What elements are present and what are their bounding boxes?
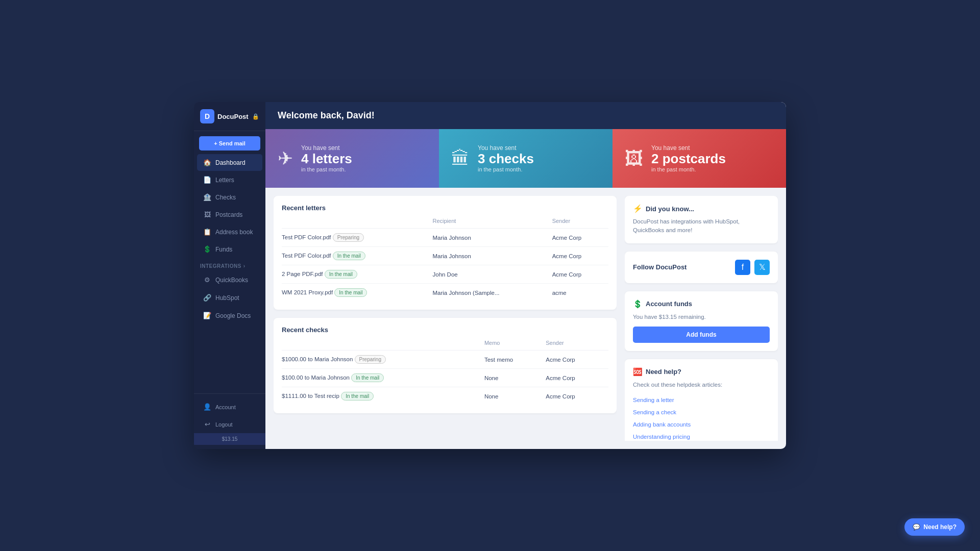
postcards-stat-icon: 🖼: [625, 148, 643, 169]
left-panel: Recent letters Recipient Sender Test PDF…: [274, 196, 617, 441]
stat-card-postcards: 🖼 You have sent 2 postcards in the past …: [612, 129, 786, 188]
chat-label: Need help?: [923, 523, 957, 531]
nav-item-logout[interactable]: ↩ Logout: [197, 416, 262, 433]
help-link[interactable]: Sending a check: [633, 409, 676, 415]
check-sender: Acme Corp: [546, 387, 608, 406]
balance-bar: $13.15: [194, 433, 265, 445]
list-item[interactable]: Understanding pricing: [633, 430, 770, 441]
stat-card-letters: ✈ You have sent 4 letters in the past mo…: [265, 129, 439, 188]
table-row: Test PDF Color.pdf Preparing Maria Johns…: [282, 229, 608, 247]
letters-stat-icon: ✈: [278, 148, 293, 169]
recent-checks-table: Memo Sender $1000.00 to Maria Johnson Pr…: [282, 340, 608, 405]
follow-card: Follow DocuPost f 𝕏: [625, 252, 778, 283]
did-you-know-title: Did you know...: [646, 205, 694, 213]
table-row: $100.00 to Maria Johnson In the mail Non…: [282, 369, 608, 387]
nav-item-hubspot[interactable]: 🔗 HubSpot: [197, 289, 262, 306]
check-name: $1000.00 to Maria Johnson Preparing: [282, 350, 484, 369]
help-link[interactable]: Adding bank accounts: [633, 421, 691, 428]
did-you-know-card: ⚡ Did you know... DocuPost has integrati…: [625, 196, 778, 243]
letter-name: 2 Page PDF.pdf In the mail: [282, 265, 432, 284]
checks-period: in the past month.: [478, 166, 534, 172]
stat-card-checks: 🏛 You have sent 3 checks in the past mon…: [439, 129, 612, 188]
dollar-icon: 💲: [633, 299, 643, 309]
facebook-button[interactable]: f: [735, 260, 750, 275]
list-item[interactable]: Sending a letter: [633, 393, 770, 406]
account-icon: 👤: [203, 403, 211, 411]
lightning-icon: ⚡: [633, 204, 643, 213]
nav-item-funds[interactable]: 💲 Funds: [197, 241, 262, 258]
postcards-sent-label: You have sent: [651, 144, 726, 152]
letter-name: WM 2021 Proxy.pdf In the mail: [282, 284, 432, 302]
status-badge: In the mail: [325, 270, 357, 279]
recent-checks-title: Recent checks: [282, 326, 608, 334]
col-sender-letters: Sender: [552, 218, 608, 229]
postcards-count: 2 postcards: [651, 152, 726, 166]
col-sender-checks: Sender: [546, 340, 608, 350]
recent-letters-table: Recipient Sender Test PDF Color.pdf Prep…: [282, 218, 608, 302]
nav-item-google-docs[interactable]: 📝 Google Docs: [197, 307, 262, 324]
page-header: Welcome back, David!: [265, 102, 786, 129]
lock-icon: 🔒: [252, 113, 259, 120]
letter-sender: Acme Corp: [552, 265, 608, 284]
check-memo: None: [484, 369, 546, 387]
letters-sent-label: You have sent: [301, 144, 352, 152]
nav-label-google-docs: Google Docs: [215, 312, 251, 319]
nav-label-address-book: Address book: [215, 229, 253, 236]
google-docs-icon: 📝: [203, 312, 211, 319]
chat-button[interactable]: 💬 Need help?: [904, 518, 965, 536]
sidebar: D DocuPost 🔒 + Send mail 🏠 Dashboard 📄 L…: [194, 102, 265, 449]
status-badge: In the mail: [341, 392, 374, 400]
col-check-name: [282, 340, 484, 350]
did-you-know-text: DocuPost has integrations with HubSpot, …: [633, 217, 770, 235]
main-content: Welcome back, David! ✈ You have sent 4 l…: [265, 102, 786, 449]
nav-item-checks[interactable]: 🏦 Checks: [197, 189, 262, 206]
nav-item-postcards[interactable]: 🖼 Postcards: [197, 206, 262, 223]
postcards-icon: 🖼: [203, 211, 211, 218]
letters-count: 4 letters: [301, 152, 352, 166]
need-help-description: Check out these helpdesk articles:: [633, 381, 770, 389]
help-icon: 🆘: [633, 367, 643, 377]
app-container: D DocuPost 🔒 + Send mail 🏠 Dashboard 📄 L…: [194, 102, 786, 449]
nav-label-funds: Funds: [215, 246, 232, 253]
check-memo: None: [484, 387, 546, 406]
nav-item-quickbooks[interactable]: ⚙ QuickBooks: [197, 271, 262, 288]
letter-sender: Acme Corp: [552, 229, 608, 247]
status-badge: Preparing: [333, 233, 364, 242]
check-memo: Test memo: [484, 350, 546, 369]
table-row: $1111.00 to Test recip In the mail None …: [282, 387, 608, 406]
table-row: Test PDF Color.pdf In the mail Maria Joh…: [282, 247, 608, 265]
col-letter-name: [282, 218, 432, 229]
dashboard-icon: 🏠: [203, 159, 211, 166]
checks-sent-label: You have sent: [478, 144, 534, 152]
nav-label-logout: Logout: [215, 421, 233, 428]
need-help-title: Need help?: [646, 368, 681, 375]
logo-icon: D: [200, 109, 214, 123]
twitter-button[interactable]: 𝕏: [754, 260, 770, 275]
list-item[interactable]: Adding bank accounts: [633, 418, 770, 430]
logout-icon: ↩: [203, 420, 211, 428]
checks-icon: 🏦: [203, 193, 211, 201]
nav-item-letters[interactable]: 📄 Letters: [197, 171, 262, 188]
welcome-text: Welcome back, David!: [278, 110, 375, 120]
nav-item-address-book[interactable]: 📋 Address book: [197, 223, 262, 240]
nav-item-account[interactable]: 👤 Account: [197, 398, 262, 415]
letter-recipient: Maria Johnson: [432, 247, 552, 265]
add-funds-button[interactable]: Add funds: [633, 327, 770, 343]
app-name: DocuPost: [217, 113, 249, 120]
recent-checks-card: Recent checks Memo Sender $1000.00 to Ma…: [274, 318, 617, 413]
need-help-card: 🆘 Need help? Check out these helpdesk ar…: [625, 359, 778, 441]
nav-item-dashboard[interactable]: 🏠 Dashboard: [197, 154, 262, 171]
right-panel: ⚡ Did you know... DocuPost has integrati…: [625, 196, 778, 441]
check-name: $100.00 to Maria Johnson In the mail: [282, 369, 484, 387]
status-badge: In the mail: [333, 252, 365, 260]
letter-recipient: Maria Johnson: [432, 229, 552, 247]
postcards-period: in the past month.: [651, 166, 726, 172]
help-link[interactable]: Sending a letter: [633, 397, 674, 403]
list-item[interactable]: Sending a check: [633, 406, 770, 418]
help-link[interactable]: Understanding pricing: [633, 434, 690, 440]
table-row: WM 2021 Proxy.pdf In the mail Maria John…: [282, 284, 608, 302]
letters-period: in the past month.: [301, 166, 352, 172]
table-row: $1000.00 to Maria Johnson Preparing Test…: [282, 350, 608, 369]
send-mail-button[interactable]: + Send mail: [199, 136, 260, 151]
nav-label-checks: Checks: [215, 194, 236, 201]
